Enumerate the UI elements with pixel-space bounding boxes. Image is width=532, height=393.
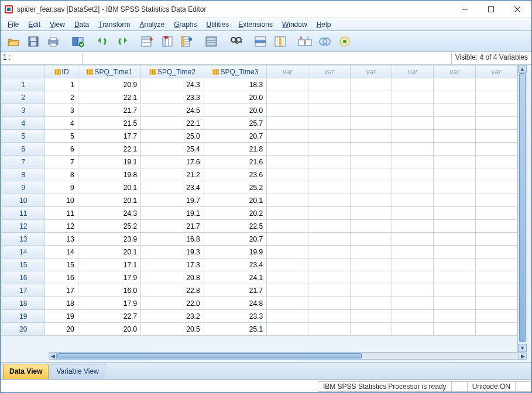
empty-cell[interactable] [350, 207, 392, 220]
column-header-SPQ_Time3[interactable]: SPQ_Time3 [204, 66, 266, 78]
empty-cell[interactable] [267, 233, 308, 246]
empty-cell[interactable] [434, 156, 475, 168]
empty-cell[interactable] [475, 246, 517, 258]
scroll-right-arrow[interactable]: ▶ [519, 353, 526, 359]
empty-cell[interactable] [475, 194, 517, 207]
cell[interactable]: 25.1 [204, 323, 266, 336]
cell[interactable]: 24.3 [78, 207, 140, 220]
table-row[interactable]: 4421.522.125.7 [2, 117, 517, 130]
empty-cell[interactable] [475, 143, 517, 156]
cell[interactable]: 17.7 [78, 130, 140, 143]
empty-cell[interactable] [475, 233, 517, 246]
cell[interactable]: 21.2 [141, 168, 204, 181]
cell[interactable]: 19.9 [204, 246, 266, 258]
run-descriptives-button[interactable] [202, 33, 221, 50]
table-row[interactable]: 9920.123.425.2 [2, 181, 517, 194]
cell[interactable]: 20 [44, 323, 78, 336]
empty-cell[interactable] [267, 78, 308, 91]
row-header[interactable]: 6 [2, 143, 45, 156]
table-row[interactable]: 2222.123.320.0 [2, 91, 517, 104]
empty-cell[interactable] [267, 181, 308, 194]
row-header[interactable]: 12 [2, 220, 45, 233]
empty-cell[interactable] [392, 271, 433, 284]
row-header[interactable]: 14 [2, 246, 45, 258]
row-header[interactable]: 15 [2, 258, 45, 271]
row-header[interactable]: 7 [2, 156, 45, 168]
row-header[interactable]: 8 [2, 168, 45, 181]
empty-cell[interactable] [267, 143, 308, 156]
menu-analyze[interactable]: Analyze [135, 19, 169, 30]
empty-cell[interactable] [392, 168, 433, 181]
table-row[interactable]: 191922.723.223.3 [2, 310, 517, 323]
cell[interactable]: 17.9 [78, 297, 140, 310]
empty-cell[interactable] [434, 323, 475, 336]
cell[interactable]: 22.1 [78, 91, 140, 104]
table-row[interactable]: 151517.117.323.4 [2, 258, 517, 271]
row-header[interactable]: 16 [2, 271, 45, 284]
weight-cases-button[interactable] [315, 33, 334, 50]
table-row[interactable]: 202020.020.525.1 [2, 323, 517, 336]
empty-cell[interactable] [267, 91, 308, 104]
empty-cell[interactable] [392, 181, 433, 194]
empty-cell[interactable] [267, 271, 308, 284]
empty-cell[interactable] [308, 181, 350, 194]
empty-cell[interactable] [350, 271, 392, 284]
empty-cell[interactable] [267, 310, 308, 323]
empty-cell[interactable] [308, 117, 350, 130]
empty-cell[interactable] [308, 207, 350, 220]
empty-cell[interactable] [392, 323, 433, 336]
cell[interactable]: 22.1 [78, 143, 140, 156]
empty-cell[interactable] [434, 143, 475, 156]
insert-variable-button[interactable] [271, 33, 290, 50]
empty-cell[interactable] [267, 104, 308, 117]
maximize-button[interactable] [478, 1, 504, 18]
row-header[interactable]: 1 [2, 78, 45, 91]
menu-extensions[interactable]: Extensions [234, 19, 277, 30]
row-header[interactable]: 2 [2, 91, 45, 104]
empty-cell[interactable] [392, 310, 433, 323]
empty-cell[interactable] [308, 104, 350, 117]
cell[interactable]: 2 [44, 91, 78, 104]
cell[interactable]: 12 [44, 220, 78, 233]
cell[interactable]: 14 [44, 246, 78, 258]
empty-cell[interactable] [475, 181, 517, 194]
cell[interactable]: 20.7 [204, 130, 266, 143]
cell[interactable]: 17.9 [78, 271, 140, 284]
row-header[interactable]: 9 [2, 181, 45, 194]
column-header-ID[interactable]: ID [44, 66, 78, 78]
empty-cell[interactable] [475, 130, 517, 143]
cell[interactable]: 22.5 [204, 220, 266, 233]
cell[interactable]: 19.1 [141, 207, 204, 220]
empty-cell[interactable] [392, 78, 433, 91]
empty-cell[interactable] [392, 297, 433, 310]
empty-cell[interactable] [475, 271, 517, 284]
empty-cell[interactable] [434, 130, 475, 143]
empty-cell[interactable] [475, 104, 517, 117]
cell[interactable]: 21.6 [204, 156, 266, 168]
cell[interactable]: 23.4 [204, 258, 266, 271]
empty-cell[interactable] [434, 194, 475, 207]
empty-cell[interactable] [475, 284, 517, 297]
table-row[interactable]: 5517.725.020.7 [2, 130, 517, 143]
empty-cell[interactable] [308, 220, 350, 233]
cell[interactable]: 20.7 [204, 233, 266, 246]
cell[interactable]: 13 [44, 233, 78, 246]
cell[interactable]: 20.0 [204, 91, 266, 104]
empty-cell[interactable] [308, 246, 350, 258]
empty-cell[interactable] [350, 194, 392, 207]
empty-cell[interactable] [267, 297, 308, 310]
table-row[interactable]: 3321.724.520.0 [2, 104, 517, 117]
table-row[interactable]: 101020.119.720.1 [2, 194, 517, 207]
tab-data-view[interactable]: Data View [3, 364, 49, 379]
empty-cell[interactable] [434, 310, 475, 323]
cell[interactable]: 20.5 [141, 323, 204, 336]
empty-cell[interactable] [434, 258, 475, 271]
goto-case-button[interactable] [138, 33, 156, 50]
row-header[interactable]: 5 [2, 130, 45, 143]
empty-cell[interactable] [475, 220, 517, 233]
cell[interactable]: 17.1 [78, 258, 140, 271]
cell[interactable]: 20.1 [204, 194, 266, 207]
menu-utilities[interactable]: Utilities [202, 19, 234, 30]
split-file-button[interactable]: A1 [296, 33, 314, 50]
cell[interactable]: 9 [44, 181, 78, 194]
